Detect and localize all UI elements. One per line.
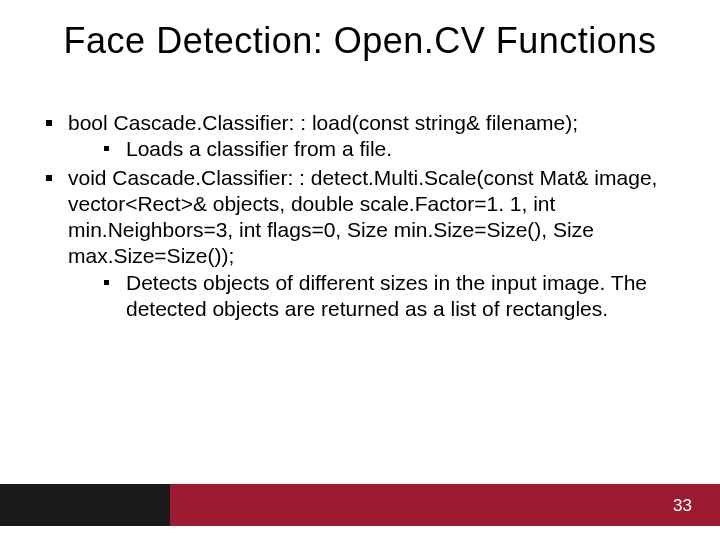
slide-content: bool Cascade.Classifier: : load(const st…: [40, 110, 680, 324]
sub-bullet-list: Detects objects of different sizes in th…: [68, 270, 680, 323]
bullet-list: bool Cascade.Classifier: : load(const st…: [40, 110, 680, 322]
footer-dark-segment: [0, 484, 170, 526]
bullet-text: void Cascade.Classifier: : detect.Multi.…: [68, 166, 657, 268]
sub-bullet-item: Detects objects of different sizes in th…: [98, 270, 680, 323]
slide-title: Face Detection: Open.CV Functions: [0, 20, 720, 62]
bullet-item-2: void Cascade.Classifier: : detect.Multi.…: [40, 165, 680, 323]
sub-bullet-text: Detects objects of different sizes in th…: [126, 271, 647, 320]
slide: Face Detection: Open.CV Functions bool C…: [0, 0, 720, 540]
page-number: 33: [673, 496, 692, 516]
bullet-text: bool Cascade.Classifier: : load(const st…: [68, 111, 578, 134]
bullet-item-1: bool Cascade.Classifier: : load(const st…: [40, 110, 680, 163]
sub-bullet-text: Loads a classifier from a file.: [126, 137, 392, 160]
sub-bullet-item: Loads a classifier from a file.: [98, 136, 680, 162]
sub-bullet-list: Loads a classifier from a file.: [68, 136, 680, 162]
